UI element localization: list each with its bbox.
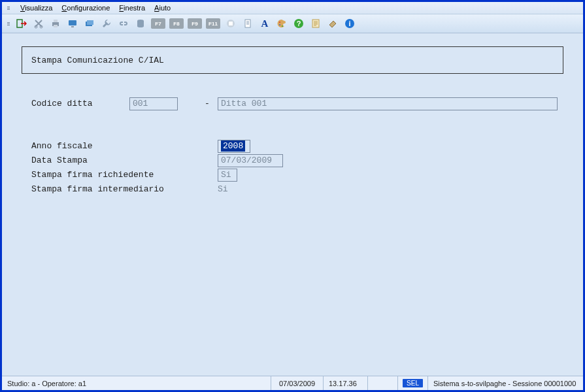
stampa-firma-inter-value: Si (218, 184, 228, 194)
f11-button[interactable]: F11 (206, 18, 220, 29)
svg-rect-12 (229, 22, 233, 25)
cut-icon[interactable] (32, 17, 45, 30)
statusbar: Studio: a - Operatore: a1 07/03/2009 13.… (2, 376, 583, 390)
palette-icon[interactable] (275, 17, 288, 30)
link-icon[interactable] (117, 17, 130, 30)
notes-icon[interactable] (309, 17, 322, 30)
stampa-firma-rich-label: Stampa firma richiedente (2, 170, 192, 180)
stop-icon[interactable] (224, 17, 237, 30)
svg-rect-9 (87, 20, 93, 25)
svg-point-16 (282, 25, 283, 27)
data-stampa-field[interactable]: 07/03/2009 (218, 154, 283, 167)
codice-ditta-field[interactable]: 001 (129, 97, 178, 110)
dash-separator: - (205, 99, 210, 108)
exit-icon[interactable] (15, 17, 28, 30)
svg-rect-6 (69, 20, 76, 25)
eraser-icon[interactable] (326, 17, 339, 30)
wrench-icon[interactable] (100, 17, 113, 30)
panel-title: Stampa Comunicazione C/IAL (22, 46, 563, 74)
svg-rect-4 (54, 20, 58, 22)
anno-fiscale-label: Anno fiscale (2, 141, 192, 151)
content-area: Stampa Comunicazione C/IAL Codice ditta … (2, 33, 583, 376)
menubar: Visualizza Configurazione Finestra Aiuto (2, 2, 583, 14)
f8-button[interactable]: F8 (169, 18, 184, 29)
menu-aiuto[interactable]: Aiuto (154, 4, 171, 12)
status-left: Studio: a - Operatore: a1 (2, 376, 271, 390)
help-icon[interactable]: ? (292, 17, 305, 30)
info-icon[interactable]: i (343, 17, 356, 30)
data-stampa-label: Data Stampa (2, 155, 192, 165)
screen-icon[interactable] (66, 17, 79, 30)
svg-rect-19 (312, 20, 319, 27)
toolbar-grip (7, 22, 10, 25)
font-icon[interactable]: A (258, 17, 271, 30)
document-icon[interactable] (241, 17, 254, 30)
stack-icon[interactable] (83, 17, 96, 30)
f9-button[interactable]: F9 (188, 18, 202, 29)
menubar-grip (7, 4, 10, 12)
svg-rect-5 (54, 25, 58, 27)
status-blank1 (368, 376, 398, 390)
menu-configurazione[interactable]: Configurazione (61, 4, 110, 12)
sel-badge: SEL (403, 379, 423, 387)
toolbar: F7 F8 F9 F11 A ? i (2, 14, 583, 33)
ditta-desc-field[interactable]: Ditta 001 (218, 97, 558, 110)
database-icon[interactable] (134, 17, 147, 30)
svg-point-14 (279, 22, 280, 23)
app-window: Visualizza Configurazione Finestra Aiuto (0, 0, 585, 392)
svg-text:?: ? (297, 20, 301, 27)
status-right: Sistema s-to-svilpaghe - Sessione 000010… (428, 376, 583, 390)
anno-fiscale-field[interactable]: 2008 (218, 140, 250, 153)
stampa-firma-inter-label: Stampa firma intermediario (2, 184, 192, 194)
menu-visualizza[interactable]: Visualizza (20, 4, 52, 12)
svg-text:i: i (348, 20, 350, 27)
print-icon[interactable] (49, 17, 62, 30)
status-date: 07/03/2009 (271, 376, 324, 390)
status-time: 13.17.36 (324, 376, 368, 390)
f7-button[interactable]: F7 (151, 18, 165, 29)
svg-rect-13 (245, 20, 250, 27)
stampa-firma-rich-field[interactable]: Si (218, 169, 237, 182)
svg-rect-7 (71, 26, 74, 27)
status-sel: SEL (398, 376, 428, 390)
menu-finestra[interactable]: Finestra (119, 4, 145, 12)
svg-point-15 (279, 24, 280, 25)
